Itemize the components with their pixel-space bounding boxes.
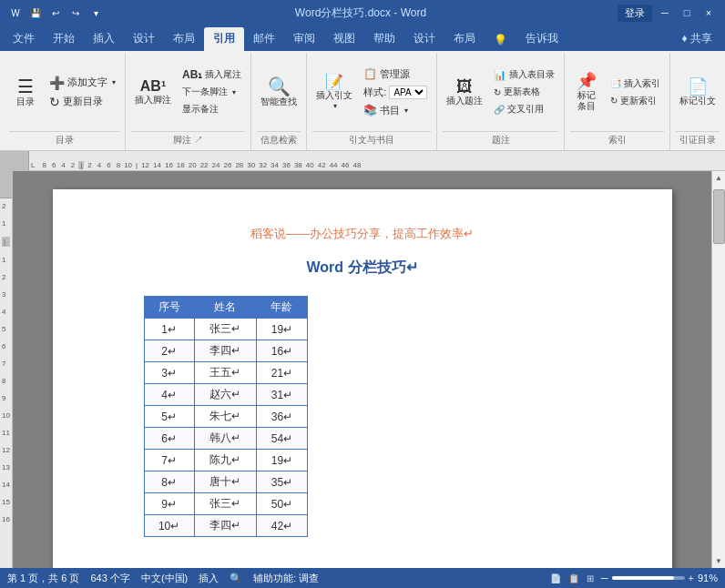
- manage-sources-button[interactable]: 📋 管理源: [360, 66, 431, 83]
- style-select[interactable]: APA: [389, 86, 427, 99]
- scroll-down-arrow[interactable]: ▼: [712, 554, 726, 568]
- view-page-icon[interactable]: 📄: [550, 573, 561, 583]
- update-index-button[interactable]: ↻ 更新索引: [607, 93, 664, 109]
- tab-home[interactable]: 开始: [44, 27, 84, 51]
- title-bar-right: 登录 ─ □ ×: [618, 4, 718, 22]
- tab-design2[interactable]: 设计: [404, 27, 444, 51]
- bibliography-button[interactable]: 📚 书目 ▾: [360, 102, 431, 119]
- insert-table-fig-button[interactable]: 📊 插入表目录: [490, 66, 558, 83]
- update-toc-icon: ↻: [49, 95, 60, 109]
- captions-group-label: 题注: [443, 131, 558, 148]
- vertical-scrollbar[interactable]: ▲ ▼: [711, 171, 725, 568]
- tab-mailings[interactable]: 邮件: [244, 27, 284, 51]
- tab-layout[interactable]: 布局: [164, 27, 204, 51]
- endnote-icon: AB₁: [182, 68, 202, 81]
- table-fig-icon: 📊: [494, 69, 506, 81]
- footnotes-expand-icon[interactable]: ↗: [194, 135, 203, 145]
- insert-endnote-button[interactable]: AB₁ 插入尾注: [179, 66, 245, 83]
- index-group-label: 索引: [570, 131, 664, 148]
- zoom-out-icon[interactable]: ─: [601, 573, 608, 583]
- zoom-level: 91%: [698, 573, 718, 583]
- tab-file[interactable]: 文件: [4, 27, 44, 51]
- insert-caption-button[interactable]: 🖼 插入题注: [443, 76, 486, 108]
- col-header-number: 序号: [144, 297, 194, 319]
- insert-index-button[interactable]: 📑 插入索引: [607, 76, 664, 92]
- cross-ref-button[interactable]: 🔗 交叉引用: [490, 101, 558, 117]
- scroll-thumb[interactable]: [713, 189, 725, 244]
- view-web-icon[interactable]: ⊞: [587, 573, 594, 583]
- view-read-icon[interactable]: 📋: [568, 573, 579, 583]
- word-logo-icon: W: [7, 5, 24, 21]
- caption-icon: 🖼: [456, 78, 473, 95]
- toc-button[interactable]: ☰ 目录: [9, 76, 42, 109]
- citation-arrow-icon: ▾: [333, 102, 337, 110]
- insert-footnote-button[interactable]: AB¹ 插入脚注: [131, 77, 175, 107]
- table-cell-8-0: 9↵: [144, 493, 194, 515]
- table-row: 4↵赵六↵31↵: [144, 384, 307, 406]
- char-count: 643 个字: [90, 572, 129, 585]
- zoom-slider[interactable]: [612, 576, 685, 580]
- table-cell-0-2: 19↵: [257, 319, 307, 340]
- insert-citation-button[interactable]: 📝 插入引文 ▾: [312, 73, 356, 112]
- tab-layout2[interactable]: 布局: [444, 27, 485, 51]
- table-cell-6-2: 19↵: [257, 450, 307, 471]
- style-button[interactable]: 样式: APA: [360, 84, 431, 101]
- search-group-label: 信息检索: [257, 131, 301, 148]
- scroll-up-arrow[interactable]: ▲: [712, 171, 726, 185]
- login-button[interactable]: 登录: [618, 5, 652, 22]
- update-toc-button[interactable]: ↻ 更新目录: [46, 93, 119, 111]
- tab-lightbulb-icon[interactable]: 💡: [485, 30, 516, 51]
- table-cell-9-0: 10↵: [144, 515, 194, 537]
- citations-group-label: 引文与书目: [312, 131, 431, 148]
- index-stack: 📑 插入索引 ↻ 更新索引: [607, 76, 664, 109]
- show-notes-button[interactable]: 显示备注: [179, 101, 245, 117]
- next-footnote-button[interactable]: 下一条脚注 ▾: [179, 84, 245, 100]
- footnotes-group-label: 脚注 ↗: [131, 131, 245, 148]
- tab-share[interactable]: ♦ 共享: [673, 27, 721, 51]
- minimize-button[interactable]: ─: [656, 4, 674, 22]
- table-cell-0-1: 张三↵: [194, 319, 257, 340]
- table-cell-5-0: 6↵: [144, 428, 194, 450]
- style-label-icon: 样式:: [363, 86, 386, 99]
- zoom-in-icon[interactable]: +: [689, 573, 694, 583]
- mark-entry-button[interactable]: 📌 标记条目: [570, 71, 603, 114]
- smart-search-button[interactable]: 🔍 智能查找: [257, 76, 301, 109]
- table-row: 3↵王五↵21↵: [144, 362, 307, 384]
- ribbon-group-captions: 🖼 插入题注 📊 插入表目录 ↻ 更新表格 🔗 交叉引用 题注: [437, 53, 565, 150]
- close-button[interactable]: ×: [699, 4, 718, 22]
- zoom-filled: [612, 576, 674, 580]
- document-subtitle: 稻客说——办公技巧分享，提高工作效率↵: [107, 226, 618, 242]
- tab-insert[interactable]: 插入: [84, 27, 124, 51]
- bib-arrow-icon: ▾: [404, 106, 408, 115]
- maximize-button[interactable]: □: [678, 4, 696, 22]
- document-page: 稻客说——办公技巧分享，提高工作效率↵ Word 分栏技巧↵ 序号 姓名 年龄 …: [53, 189, 672, 568]
- scroll-track[interactable]: [712, 185, 725, 554]
- add-text-button[interactable]: ➕ 添加文字 ▾: [46, 74, 119, 92]
- fn-arrow-icon: ▾: [232, 88, 236, 96]
- mark-citation-button[interactable]: 📄 标记引文: [676, 76, 720, 108]
- undo-icon[interactable]: ↩: [47, 5, 64, 21]
- tab-review[interactable]: 审阅: [284, 27, 324, 51]
- tab-view[interactable]: 视图: [324, 27, 364, 51]
- more-qa-icon[interactable]: ▾: [87, 5, 104, 21]
- tab-references[interactable]: 引用: [204, 27, 244, 51]
- cross-ref-icon: 🔗: [494, 105, 505, 115]
- table-row: 2↵李四↵16↵: [144, 340, 307, 362]
- tab-design[interactable]: 设计: [124, 27, 164, 51]
- table-cell-7-2: 35↵: [257, 471, 307, 493]
- tab-tellme[interactable]: 告诉我: [516, 27, 567, 51]
- citations-stack: 📋 管理源 样式: APA 📚 书目 ▾: [360, 66, 431, 119]
- ribbon-group-search: 🔍 智能查找 信息检索: [251, 53, 307, 150]
- captions-stack: 📊 插入表目录 ↻ 更新表格 🔗 交叉引用: [490, 66, 558, 117]
- table-row: 9↵张三↵50↵: [144, 493, 307, 515]
- save-icon[interactable]: 💾: [27, 5, 44, 21]
- table-cell-4-0: 5↵: [144, 406, 194, 428]
- ribbon-group-footnotes: AB¹ 插入脚注 AB₁ 插入尾注 下一条脚注 ▾ 显示备注 脚注 ↗: [126, 53, 251, 150]
- document-area[interactable]: 稻客说——办公技巧分享，提高工作效率↵ Word 分栏技巧↵ 序号 姓名 年龄 …: [13, 171, 711, 568]
- tab-help[interactable]: 帮助: [364, 27, 404, 51]
- document-title: Word 分栏技巧↵: [107, 259, 618, 278]
- update-table-button[interactable]: ↻ 更新表格: [490, 84, 558, 100]
- input-mode: 插入: [199, 572, 219, 585]
- table-body: 1↵张三↵19↵2↵李四↵16↵3↵王五↵21↵4↵赵六↵31↵5↵朱七↵36↵…: [144, 319, 307, 537]
- redo-icon[interactable]: ↪: [67, 5, 84, 21]
